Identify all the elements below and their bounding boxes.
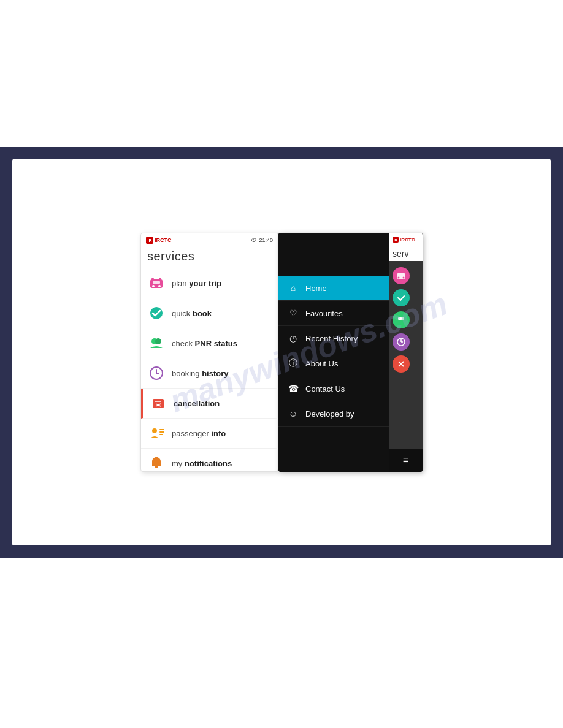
clock-icon: ⏱ xyxy=(251,237,256,243)
slide-menu-overlay: ⌂ Home ♡ Favourites ◷ Recent History xyxy=(278,233,389,472)
dark-border-area: manywindows.com IR IRCTC ⏱ 21:40 xyxy=(0,147,563,558)
top-white-area xyxy=(0,0,563,147)
slide-menu-favourites[interactable]: ♡ Favourites xyxy=(278,301,389,326)
menu-item-notifications[interactable]: my notifications xyxy=(141,449,278,472)
slide-home-label: Home xyxy=(305,284,327,293)
phone-left: IR IRCTC ⏱ 21:40 services xyxy=(140,233,278,472)
quick-book-icon xyxy=(147,304,166,322)
hamburger-icon: ≡ xyxy=(403,455,408,466)
slide-menu-items: ⌂ Home ♡ Favourites ◷ Recent History xyxy=(278,276,389,472)
slide-menu-header xyxy=(278,233,389,276)
status-right: ⏱ 21:40 xyxy=(251,237,273,243)
quick-book-label: quick book xyxy=(172,309,212,318)
menu-item-booking-history[interactable]: booking history xyxy=(141,358,278,389)
right-icon-check xyxy=(393,289,419,306)
svg-point-23 xyxy=(155,457,158,459)
right-check-icon xyxy=(393,289,410,306)
menu-item-check-pnr[interactable]: check PNR status xyxy=(141,328,278,358)
svg-rect-14 xyxy=(153,399,164,408)
right-icon-clock xyxy=(393,333,419,351)
slide-menu-home[interactable]: ⌂ Home xyxy=(278,276,389,301)
white-card: manywindows.com IR IRCTC ⏱ 21:40 xyxy=(12,159,551,545)
svg-text:IR: IR xyxy=(394,238,398,242)
svg-point-5 xyxy=(152,285,155,287)
irctc-logo-left: IR IRCTC xyxy=(146,237,172,244)
menu-item-cancellation[interactable]: cancellation xyxy=(141,389,278,419)
right-icon-cancel xyxy=(393,355,419,373)
cancellation-icon xyxy=(149,394,167,412)
menu-item-quick-book[interactable]: quick book xyxy=(141,298,278,328)
right-cancel-icon xyxy=(393,355,410,373)
irctc-logo-icon: IR xyxy=(146,237,153,244)
slide-contact-label: Contact Us xyxy=(305,384,345,393)
plan-trip-icon xyxy=(147,274,166,292)
right-bottom-nav[interactable]: ≡ xyxy=(389,449,423,472)
booking-history-label: booking history xyxy=(172,369,229,378)
services-title-bar: services xyxy=(141,247,278,268)
svg-point-18 xyxy=(152,428,157,433)
slide-home-icon: ⌂ xyxy=(287,282,299,294)
passenger-info-icon xyxy=(147,424,166,442)
slide-recent-history-label: Recent History xyxy=(305,334,358,343)
bottom-white-area xyxy=(0,558,563,728)
slide-menu-contact-us[interactable]: ☎ Contact Us xyxy=(278,376,389,401)
slide-menu-about-us[interactable]: ⓘ About Us xyxy=(278,351,389,376)
menu-item-passenger-info[interactable]: passenger info xyxy=(141,419,278,449)
cancellation-label: cancellation xyxy=(174,399,220,408)
svg-rect-4 xyxy=(159,278,161,281)
slide-recent-history-icon: ◷ xyxy=(287,332,299,344)
booking-history-icon xyxy=(147,364,166,382)
right-phone-icons-list xyxy=(389,261,423,379)
right-people-icon xyxy=(393,311,410,328)
svg-rect-22 xyxy=(155,466,158,468)
right-icon-people xyxy=(393,311,419,328)
phone-status-bar: IR IRCTC ⏱ 21:40 xyxy=(141,233,278,247)
services-title: services xyxy=(147,249,272,264)
passenger-info-label: passenger info xyxy=(172,429,226,438)
right-clock-icon xyxy=(393,333,410,351)
irctc-text-right: IRCTC xyxy=(400,237,415,243)
phone-right-status: IR IRCTC xyxy=(389,233,423,246)
slide-developed-label: Developed by xyxy=(305,409,354,419)
menu-item-plan-trip[interactable]: plan your trip xyxy=(141,268,278,298)
screenshots-container: IR IRCTC ⏱ 21:40 services xyxy=(140,233,423,472)
menu-items-list: plan your trip quick book xyxy=(141,268,278,472)
plan-trip-label: plan your trip xyxy=(172,279,221,288)
phone-right-bg: IR IRCTC serv xyxy=(389,233,423,472)
check-pnr-label: check PNR status xyxy=(172,339,237,348)
slide-developed-icon: ☺ xyxy=(287,408,299,420)
svg-rect-3 xyxy=(151,278,154,281)
check-pnr-icon xyxy=(147,334,166,352)
slide-contact-icon: ☎ xyxy=(287,382,299,395)
phone-right-services-title: serv xyxy=(389,246,423,261)
slide-menu-recent-history[interactable]: ◷ Recent History xyxy=(278,326,389,351)
notifications-label: my notifications xyxy=(172,459,232,468)
slide-about-label: About Us xyxy=(305,359,338,368)
right-icon-train xyxy=(393,267,419,284)
slide-favourites-icon: ♡ xyxy=(287,307,299,319)
phone-right: ⌂ Home ♡ Favourites ◷ Recent History xyxy=(278,233,423,472)
svg-point-10 xyxy=(155,338,161,344)
svg-point-30 xyxy=(400,317,404,320)
slide-about-icon: ⓘ xyxy=(287,357,299,370)
svg-point-28 xyxy=(403,277,405,279)
notifications-icon xyxy=(147,454,166,472)
slide-favourites-label: Favourites xyxy=(305,309,343,318)
svg-point-27 xyxy=(398,277,400,279)
irctc-logo-icon-right: IR xyxy=(393,237,399,243)
svg-text:IR: IR xyxy=(148,238,152,243)
irctc-logo-right: IR IRCTC xyxy=(393,237,415,243)
svg-point-6 xyxy=(158,285,161,287)
time-display: 21:40 xyxy=(259,237,273,243)
slide-menu-developed-by[interactable]: ☺ Developed by xyxy=(278,401,389,427)
right-train-icon xyxy=(393,267,410,284)
svg-rect-7 xyxy=(153,281,160,284)
